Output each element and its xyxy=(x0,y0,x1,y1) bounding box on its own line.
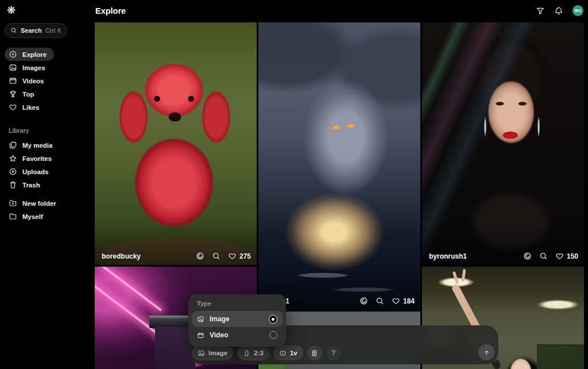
radio-selected-icon xyxy=(269,315,277,324)
sidebar-item-label: Images xyxy=(22,64,45,71)
sidebar-item-uploads[interactable]: Uploads xyxy=(5,165,56,178)
aspect-ratio-label: 2:3 xyxy=(254,349,264,356)
zoom-icon[interactable] xyxy=(376,297,384,305)
sidebar-item-label: New folder xyxy=(22,200,56,207)
art-shape xyxy=(537,344,584,369)
filter-icon[interactable] xyxy=(536,6,545,16)
like-count: 275 xyxy=(239,252,251,260)
presets-icon xyxy=(311,349,318,357)
card-meta: byronrush1 150 xyxy=(429,252,578,260)
card-meta: boredbucky 275 xyxy=(102,252,251,260)
arrow-up-icon xyxy=(483,349,490,356)
sidebar-item-likes[interactable]: Likes xyxy=(5,101,47,114)
sidebar-item-label: Top xyxy=(22,91,34,98)
portrait-phone-icon xyxy=(243,349,250,357)
sidebar-item-explore[interactable]: Explore xyxy=(5,48,54,61)
zoom-icon[interactable] xyxy=(212,252,220,260)
folder-icon xyxy=(9,212,17,221)
sidebar-item-videos[interactable]: Videos xyxy=(5,74,52,87)
image-icon xyxy=(198,349,205,357)
type-option-label: Video xyxy=(210,331,228,339)
type-option-image[interactable]: Image xyxy=(192,311,283,327)
top-actions: BO xyxy=(536,5,583,16)
trash-icon xyxy=(9,180,17,189)
sidebar-item-label: Videos xyxy=(22,78,44,84)
sidebar-nav: Explore Images Videos Top Likes xyxy=(5,48,54,114)
remix-icon[interactable] xyxy=(196,252,204,260)
sidebar-item-label: My media xyxy=(22,142,52,149)
card-actions: 150 xyxy=(523,252,578,260)
images-icon xyxy=(9,63,17,72)
like-button[interactable]: 275 xyxy=(228,252,251,260)
card-username[interactable]: byronrush1 xyxy=(429,252,467,260)
art-shape xyxy=(452,271,459,284)
search-shortcut: Ctrl K xyxy=(45,27,62,34)
aspect-ratio-pill[interactable]: 2:3 xyxy=(237,345,269,360)
videos-icon xyxy=(9,76,17,85)
variations-label: 1v xyxy=(290,349,297,356)
media-card[interactable]: byronrush1 150 xyxy=(422,22,584,265)
avatar[interactable]: BO xyxy=(572,5,583,16)
app-window: boredbucky 275 n1 xyxy=(0,0,588,369)
heart-icon xyxy=(555,252,564,260)
search-input[interactable]: Search Ctrl K xyxy=(5,23,67,38)
heart-icon xyxy=(392,297,400,305)
star-icon xyxy=(9,154,17,163)
like-count: 150 xyxy=(567,252,578,260)
type-menu-title: Type xyxy=(197,300,283,307)
type-pill-label: Image xyxy=(208,349,227,356)
sidebar-item-label: Likes xyxy=(22,104,39,111)
sidebar-item-label: Myself xyxy=(22,213,43,220)
image-icon xyxy=(197,316,204,323)
sidebar-item-label: Uploads xyxy=(22,168,48,175)
card-actions: 184 xyxy=(359,297,415,305)
type-menu: Type Image Video xyxy=(188,294,286,347)
folder-items: New folder Myself xyxy=(5,197,64,223)
new-folder-icon xyxy=(9,199,17,207)
sidebar-item-trash[interactable]: Trash xyxy=(5,178,48,191)
remix-icon[interactable] xyxy=(523,252,532,260)
art-shape xyxy=(461,269,466,282)
like-button[interactable]: 150 xyxy=(555,252,578,260)
upload-plus-icon xyxy=(9,167,17,176)
search-icon xyxy=(10,27,17,34)
heart-icon xyxy=(9,103,17,112)
composer-toolbar: Image 2:3 1v ? xyxy=(192,345,341,360)
media-stack-icon xyxy=(9,141,17,149)
video-icon xyxy=(197,332,204,339)
submit-button[interactable] xyxy=(478,344,494,360)
sidebar-item-images[interactable]: Images xyxy=(5,61,53,74)
like-button[interactable]: 184 xyxy=(392,297,415,305)
card-username[interactable]: boredbucky xyxy=(102,252,141,260)
page-title: Explore xyxy=(95,6,126,16)
card-actions: 275 xyxy=(196,252,251,260)
presets-button[interactable] xyxy=(307,345,322,360)
bell-icon[interactable] xyxy=(554,6,563,16)
sidebar-item-label: Favorites xyxy=(22,155,52,162)
variations-pill[interactable]: 1v xyxy=(273,345,303,360)
sidebar: ❋ Search Ctrl K Explore Images Videos To… xyxy=(0,0,95,369)
type-pill[interactable]: Image xyxy=(192,345,233,360)
media-card[interactable]: n1 184 xyxy=(258,22,420,310)
library-items: My media Favorites Uploads Trash xyxy=(5,139,60,191)
card-meta: n1 184 xyxy=(265,297,415,305)
frame-dot-icon xyxy=(279,349,287,357)
media-card[interactable]: boredbucky 275 xyxy=(95,22,257,265)
sidebar-item-my-media[interactable]: My media xyxy=(5,139,60,152)
remix-icon[interactable] xyxy=(359,297,368,305)
sidebar-item-top[interactable]: Top xyxy=(5,87,41,101)
type-option-video[interactable]: Video xyxy=(192,327,283,343)
sidebar-item-label: Explore xyxy=(22,51,47,58)
type-option-label: Image xyxy=(210,315,230,323)
openai-logo[interactable]: ❋ xyxy=(7,5,16,16)
heart-icon xyxy=(228,252,237,260)
zoom-icon[interactable] xyxy=(539,252,548,260)
sidebar-item-myself[interactable]: Myself xyxy=(5,210,51,223)
explore-icon xyxy=(9,50,17,59)
search-label: Search xyxy=(21,27,42,34)
sidebar-item-favorites[interactable]: Favorites xyxy=(5,152,59,165)
library-header: Library xyxy=(9,127,29,134)
radio-unselected-icon xyxy=(269,331,277,339)
help-button[interactable]: ? xyxy=(326,345,341,360)
sidebar-item-new-folder[interactable]: New folder xyxy=(5,197,64,210)
